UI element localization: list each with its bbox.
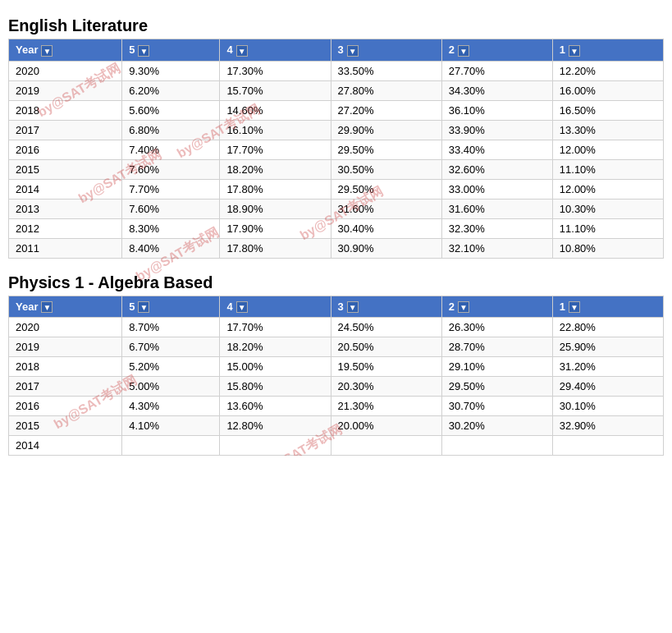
score-cell: 29.90% [331, 120, 441, 140]
score-cell: 7.60% [122, 159, 220, 179]
header-label: 4 [226, 44, 232, 56]
score-cell: 19.50% [331, 357, 441, 377]
score-cell: 30.10% [552, 397, 663, 416]
table-row: 20167.40%17.70%29.50%33.40%12.00% [9, 140, 664, 159]
score-cell: 33.50% [331, 61, 441, 80]
score-cell: 20.50% [331, 337, 441, 357]
header-label: 5 [129, 300, 135, 313]
score-cell: 7.70% [122, 179, 220, 199]
column-header-year[interactable]: Year▼ [9, 296, 122, 318]
filter-dropdown-icon[interactable]: ▼ [347, 45, 359, 57]
filter-dropdown-icon[interactable]: ▼ [236, 45, 248, 57]
score-cell: 17.30% [220, 61, 331, 80]
year-cell: 2014 [9, 179, 122, 199]
score-cell: 17.70% [220, 318, 331, 337]
header-label: Year [16, 44, 38, 56]
table-row: 20164.30%13.60%21.30%30.70%30.10% [9, 397, 664, 416]
score-cell: 12.00% [552, 140, 663, 159]
score-cell: 4.30% [122, 397, 220, 416]
filter-dropdown-icon[interactable]: ▼ [41, 45, 53, 57]
year-cell: 2017 [9, 120, 122, 140]
filter-dropdown-icon[interactable]: ▼ [458, 301, 469, 313]
score-cell: 31.60% [441, 199, 552, 218]
score-cell: 33.00% [441, 179, 552, 199]
score-cell: 30.90% [331, 238, 441, 258]
header-label: 3 [338, 300, 344, 313]
table-row: 20208.70%17.70%24.50%26.30%22.80% [9, 318, 664, 337]
table-row: 20176.80%16.10%29.90%33.90%13.30% [9, 120, 664, 140]
filter-dropdown-icon[interactable]: ▼ [458, 45, 469, 57]
column-header-5[interactable]: 5▼ [122, 296, 220, 318]
table-row: 20185.20%15.00%19.50%29.10%31.20% [9, 357, 664, 377]
column-header-2[interactable]: 2▼ [441, 39, 552, 62]
filter-dropdown-icon[interactable]: ▼ [41, 301, 53, 313]
score-cell: 30.20% [441, 416, 552, 436]
header-label: 4 [226, 300, 232, 313]
score-cell: 12.00% [552, 179, 663, 199]
score-cell [441, 436, 552, 456]
column-header-1[interactable]: 1▼ [552, 39, 663, 62]
score-cell: 18.20% [220, 159, 331, 179]
score-cell: 33.90% [441, 120, 552, 140]
year-cell: 2017 [9, 377, 122, 397]
column-header-3[interactable]: 3▼ [331, 296, 441, 318]
score-cell: 32.30% [441, 218, 552, 238]
year-cell: 2011 [9, 238, 122, 258]
score-cell: 21.30% [331, 397, 441, 416]
column-header-4[interactable]: 4▼ [220, 296, 331, 318]
table-row: 20175.00%15.80%20.30%29.50%29.40% [9, 377, 664, 397]
year-cell: 2016 [9, 397, 122, 416]
score-cell [331, 436, 441, 456]
table-row: 20196.20%15.70%27.80%34.30%16.00% [9, 80, 664, 100]
filter-dropdown-icon[interactable]: ▼ [569, 301, 580, 313]
column-header-5[interactable]: 5▼ [122, 39, 220, 62]
year-cell: 2019 [9, 337, 122, 357]
score-cell: 29.50% [331, 179, 441, 199]
header-label: Year [16, 300, 38, 313]
score-cell: 13.60% [220, 397, 331, 416]
table-row: 20185.60%14.60%27.20%36.10%16.50% [9, 100, 664, 120]
score-cell: 11.10% [552, 218, 663, 238]
score-cell: 20.30% [331, 377, 441, 397]
filter-dropdown-icon[interactable]: ▼ [347, 301, 359, 313]
score-cell [552, 436, 663, 456]
score-cell: 15.80% [220, 377, 331, 397]
score-cell: 8.40% [122, 238, 220, 258]
score-cell: 5.00% [122, 377, 220, 397]
score-cell: 30.70% [441, 397, 552, 416]
score-cell: 6.80% [122, 120, 220, 140]
score-cell: 30.40% [331, 218, 441, 238]
header-label: 5 [129, 44, 135, 56]
column-header-year[interactable]: Year▼ [9, 39, 122, 62]
score-cell: 32.60% [441, 159, 552, 179]
filter-dropdown-icon[interactable]: ▼ [138, 45, 149, 57]
score-cell: 6.20% [122, 80, 220, 100]
table-row: 2014 [9, 436, 664, 456]
score-cell: 12.20% [552, 61, 663, 80]
score-cell: 28.70% [441, 337, 552, 357]
score-cell: 25.90% [552, 337, 663, 357]
score-cell: 17.70% [220, 140, 331, 159]
filter-dropdown-icon[interactable]: ▼ [138, 301, 149, 313]
year-cell: 2016 [9, 140, 122, 159]
table-row: 20157.60%18.20%30.50%32.60%11.10% [9, 159, 664, 179]
score-cell: 9.30% [122, 61, 220, 80]
table-row: 20196.70%18.20%20.50%28.70%25.90% [9, 337, 664, 357]
column-header-3[interactable]: 3▼ [331, 39, 441, 62]
filter-dropdown-icon[interactable]: ▼ [236, 301, 248, 313]
score-cell: 17.80% [220, 179, 331, 199]
filter-dropdown-icon[interactable]: ▼ [569, 45, 580, 57]
column-header-4[interactable]: 4▼ [220, 39, 331, 62]
column-header-1[interactable]: 1▼ [552, 296, 663, 318]
column-header-2[interactable]: 2▼ [441, 296, 552, 318]
table-row: 20209.30%17.30%33.50%27.70%12.20% [9, 61, 664, 80]
score-cell: 16.50% [552, 100, 663, 120]
score-cell [220, 436, 331, 456]
score-cell: 6.70% [122, 337, 220, 357]
header-label: 2 [449, 300, 455, 313]
score-cell: 18.20% [220, 337, 331, 357]
score-cell: 32.10% [441, 238, 552, 258]
score-cell: 29.50% [331, 140, 441, 159]
score-cell [122, 436, 220, 456]
score-cell: 5.60% [122, 100, 220, 120]
